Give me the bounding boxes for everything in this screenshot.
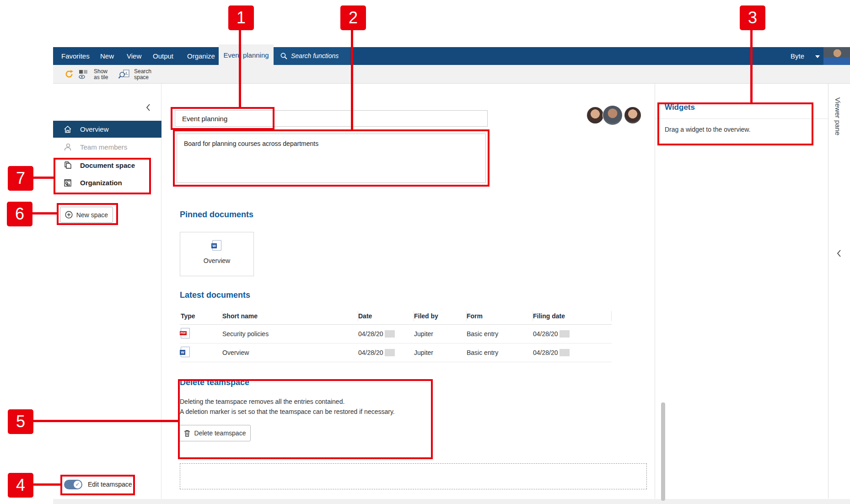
cell-filing-date: 04/28/20 [533, 349, 612, 356]
caret-down-icon[interactable] [815, 55, 820, 58]
footer-strip [53, 499, 850, 504]
column-header-filing-date[interactable]: Filing date [533, 311, 612, 321]
widget-drop-zone[interactable] [180, 463, 647, 489]
nav-item-new[interactable]: New [100, 47, 114, 65]
widgets-title: Widgets [665, 103, 695, 112]
callout-badge-4: 4 [8, 473, 33, 498]
trash-icon [183, 429, 191, 437]
callout-badge-3: 3 [740, 5, 765, 30]
home-icon [63, 125, 72, 134]
ribbon-toolbar: Show as tile Search space [53, 65, 850, 84]
callout-line-2 [351, 30, 353, 129]
callout-line-6 [32, 212, 57, 214]
cell-form: Basic entry [467, 330, 533, 338]
callout-badge-1: 1 [228, 5, 254, 30]
edit-teamspace-toggle[interactable]: ✓ [64, 480, 82, 489]
sidebar: Overview Team members Document space Org… [53, 84, 161, 499]
delete-teamspace-button-label: Delete teamspace [194, 429, 246, 437]
team-icon [63, 143, 72, 152]
tab-event-planning[interactable]: Event planning [219, 44, 274, 65]
cell-filed-by: Jupiter [414, 330, 467, 338]
sidebar-item-label: Team members [80, 139, 127, 156]
show-as-tile-button[interactable]: Show as tile [94, 69, 108, 80]
vertical-scrollbar[interactable] [661, 402, 665, 501]
widgets-hint: Drag a widget to the overview. [665, 126, 751, 133]
cell-date: 04/28/20 [358, 349, 414, 356]
nav-item-view[interactable]: View [127, 47, 141, 65]
search-space-label-2: space [134, 75, 151, 80]
callout-badge-6: 6 [7, 202, 32, 226]
new-space-button[interactable]: New space [60, 207, 113, 223]
sidebar-item-label: Organization [80, 174, 122, 192]
edit-teamspace-label: Edit teamspace [88, 481, 132, 488]
cell-form: Basic entry [467, 349, 533, 356]
callout-badge-7: 7 [8, 166, 33, 191]
plus-circle-icon [65, 211, 73, 219]
redacted-text [385, 349, 395, 356]
organization-icon [63, 178, 72, 188]
show-as-tile-label-2: as tile [94, 75, 108, 80]
column-header-filed-by[interactable]: Filed by [414, 311, 467, 321]
refresh-icon[interactable] [64, 69, 74, 79]
table-row[interactable]: PDF Security policies 04/28/20 Jupiter B… [180, 325, 612, 343]
sidebar-item-team-members[interactable]: Team members [53, 139, 161, 156]
member-avatar-3 [624, 107, 641, 123]
widgets-divider [655, 118, 828, 119]
callout-line-7 [33, 177, 54, 179]
main-content: Board for planning courses across depart… [161, 84, 655, 499]
cell-filed-by: Jupiter [414, 349, 467, 356]
edit-teamspace-control: ✓ Edit teamspace [53, 480, 161, 490]
column-header-type[interactable]: Type [180, 311, 222, 321]
sidebar-item-document-space[interactable]: Document space [53, 157, 161, 174]
column-header-date[interactable]: Date [358, 311, 414, 321]
show-as-tile-icon[interactable] [78, 69, 91, 80]
callout-line-4 [33, 483, 60, 486]
pinned-document-label: Overview [180, 257, 253, 264]
viewer-pane-strip: Viewer pane [828, 84, 850, 499]
delete-teamspace-title: Delete teamspace [180, 378, 249, 387]
member-avatar-1 [587, 107, 603, 123]
nav-item-output[interactable]: Output [153, 47, 173, 65]
toggle-check-icon: ✓ [74, 481, 81, 488]
document-space-icon [63, 161, 72, 170]
search-space-button[interactable]: Search space [134, 69, 151, 80]
expand-viewer-icon[interactable] [836, 249, 842, 257]
word-file-icon: W [212, 240, 221, 251]
user-menu-name[interactable]: Byte [791, 47, 804, 65]
teamspace-description-input[interactable]: Board for planning courses across depart… [177, 134, 486, 183]
column-header-form[interactable]: Form [467, 311, 533, 321]
collapse-sidebar-icon[interactable] [145, 103, 151, 112]
pinned-documents-title: Pinned documents [180, 210, 253, 220]
pdf-file-icon: PDF [181, 328, 190, 338]
pinned-document-card[interactable]: W Overview [180, 232, 254, 276]
teamspace-name-input[interactable] [175, 110, 488, 127]
column-header-short-name[interactable]: Short name [222, 311, 358, 321]
callout-line-3 [750, 30, 753, 102]
table-header-row: Type Short name Date Filed by Form Filin… [180, 308, 612, 325]
delete-teamspace-button[interactable]: Delete teamspace [178, 425, 251, 441]
member-avatar-2 [603, 105, 623, 125]
new-space-label: New space [76, 211, 108, 219]
callout-badge-5: 5 [8, 409, 33, 434]
word-file-icon: W [181, 347, 190, 357]
search-functions-label: Search functions [291, 47, 339, 65]
sidebar-item-overview[interactable]: Overview [53, 121, 161, 138]
user-avatar[interactable] [823, 47, 850, 65]
table-row[interactable]: W Overview 04/28/20 Jupiter Basic entry … [180, 343, 612, 362]
nav-item-organize[interactable]: Organize [187, 47, 215, 65]
sidebar-item-organization[interactable]: Organization [53, 174, 161, 192]
latest-documents-table: Type Short name Date Filed by Form Filin… [180, 308, 612, 362]
cell-short-name: Security policies [222, 330, 358, 338]
widgets-panel: Widgets Drag a widget to the overview. [655, 84, 828, 499]
top-navigation-bar: Favorites New View Output Organize Event… [53, 47, 850, 65]
delete-teamspace-text: Deleting the teamspace removes all the e… [180, 397, 395, 417]
viewer-pane-label[interactable]: Viewer pane [834, 97, 842, 135]
sidebar-item-label: Overview [80, 121, 109, 138]
search-space-icon[interactable] [118, 69, 131, 80]
nav-item-favorites[interactable]: Favorites [61, 47, 90, 65]
search-functions-button[interactable]: Search functions [274, 47, 350, 65]
cell-short-name: Overview [222, 349, 358, 356]
sidebar-item-label: Document space [80, 157, 135, 174]
search-icon [280, 52, 288, 60]
delete-warning-line-1: Deleting the teamspace removes all the e… [180, 397, 395, 407]
